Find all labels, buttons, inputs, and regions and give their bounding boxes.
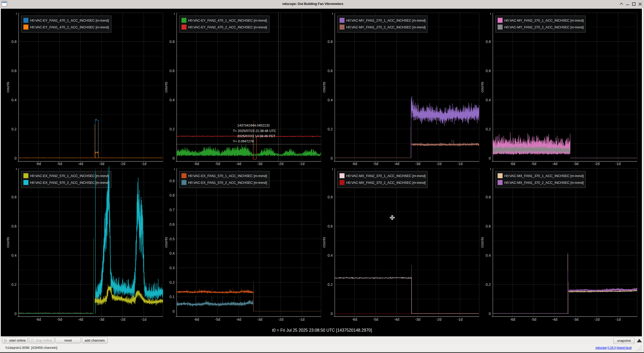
svg-text:0.4: 0.4 — [328, 98, 333, 102]
svg-text:0: 0 — [489, 312, 491, 316]
svg-text:0: 0 — [15, 312, 17, 316]
svg-text:H0:VAC-MY_FAN2_270_1_ACC_INCHS: H0:VAC-MY_FAN2_270_1_ACC_INCHSEC [m-tren… — [504, 18, 584, 22]
svg-text:0.2: 0.2 — [328, 127, 333, 131]
svg-text:0.4: 0.4 — [328, 253, 333, 257]
svg-text:-3d: -3d — [99, 162, 104, 166]
svg-text:0.4: 0.4 — [11, 98, 17, 102]
svg-text:-4d: -4d — [552, 162, 557, 166]
svg-text:0.8: 0.8 — [328, 195, 333, 199]
svg-text:0.2: 0.2 — [11, 282, 17, 287]
svg-text:H0:VAC-EY_FAN2_470_2_ACC_INCHS: H0:VAC-EY_FAN2_470_2_ACC_INCHSEC [m-tren… — [188, 25, 267, 29]
svg-text:0.6: 0.6 — [328, 224, 333, 228]
svg-text:-3d: -3d — [415, 162, 420, 166]
svg-text:counts: counts — [480, 237, 484, 248]
svg-text:H0:VAC-EX_FAN2_570_2_ACC_INCHS: H0:VAC-EX_FAN2_570_2_ACC_INCHSEC [m-tren… — [30, 181, 109, 185]
svg-text:H0:VAC-MX_FAN2_370_1_ACC_INCHS: H0:VAC-MX_FAN2_370_1_ACC_INCHSEC [m-tren… — [346, 174, 426, 178]
svg-text:-2d: -2d — [278, 317, 283, 322]
svg-text:0.6: 0.6 — [486, 224, 491, 228]
svg-text:-5d: -5d — [215, 162, 220, 166]
svg-text:-4d: -4d — [236, 317, 241, 322]
svg-text:0: 0 — [173, 156, 175, 160]
svg-text:-5d: -5d — [531, 317, 536, 322]
svg-text:0.6: 0.6 — [486, 69, 491, 73]
svg-text:-3d: -3d — [415, 317, 420, 322]
svg-text:-6d: -6d — [36, 162, 41, 166]
svg-text:-6d: -6d — [36, 317, 41, 322]
svg-text:H0:VAC-EY_FAN1_470_1_ACC_INCHS: H0:VAC-EY_FAN1_470_1_ACC_INCHSEC [m-tren… — [30, 18, 109, 22]
svg-text:0.2: 0.2 — [328, 282, 333, 287]
svg-text:0.4: 0.4 — [170, 98, 175, 102]
svg-text:-2d: -2d — [436, 317, 441, 322]
svg-text:0.8: 0.8 — [486, 195, 491, 199]
svg-text:0: 0 — [489, 156, 491, 160]
svg-text:0.6: 0.6 — [11, 69, 17, 73]
svg-text:counts: counts — [322, 82, 326, 92]
svg-text:-3d: -3d — [573, 162, 578, 166]
svg-text:H0:VAC-MY_FAN2_270_2_ACC_INCHS: H0:VAC-MY_FAN2_270_2_ACC_INCHSEC [m-tren… — [504, 25, 584, 29]
svg-text:-1d: -1d — [141, 317, 146, 322]
svg-text:-6d: -6d — [194, 317, 199, 322]
svg-text:-3d: -3d — [99, 317, 104, 322]
svg-text:-1d: -1d — [141, 162, 146, 166]
svg-text:H0:VAC-MX_FAN1_370_2_ACC_INCHS: H0:VAC-MX_FAN1_370_2_ACC_INCHSEC [m-tren… — [504, 181, 584, 185]
svg-text:-6d: -6d — [352, 317, 357, 322]
svg-text:0.2: 0.2 — [11, 127, 17, 131]
svg-text:0.8: 0.8 — [170, 193, 175, 197]
svg-text:-6d: -6d — [194, 162, 199, 166]
svg-text:0.2: 0.2 — [486, 282, 491, 287]
svg-text:0.8: 0.8 — [11, 195, 17, 199]
svg-text:-2d: -2d — [120, 162, 125, 166]
svg-text:0.4: 0.4 — [486, 253, 491, 257]
svg-text:counts: counts — [6, 82, 10, 92]
svg-text:0.4: 0.4 — [11, 253, 17, 257]
svg-text:H0:VAC-MY_FAN1_270_1_ACC_INCHS: H0:VAC-MY_FAN1_270_1_ACC_INCHSEC [m-tren… — [346, 18, 426, 22]
svg-text:0: 0 — [331, 156, 333, 160]
svg-text:t0 = Fri Jul 25 2025 23:08:50: t0 = Fri Jul 25 2025 23:08:50 UTC [14375… — [272, 328, 372, 332]
svg-text:H0:VAC-EX_FAN2_570_1_ACC_INCHS: H0:VAC-EX_FAN2_570_1_ACC_INCHSEC [m-tren… — [30, 174, 109, 178]
svg-text:-4d: -4d — [394, 317, 399, 322]
svg-text:-4d: -4d — [236, 162, 241, 166]
svg-text:-5d: -5d — [373, 317, 378, 322]
svg-text:1437341944.0452132: 1437341944.0452132 — [237, 123, 270, 127]
svg-text:2025/07/23 14:38:46 PDT: 2025/07/23 14:38:46 PDT — [237, 134, 276, 138]
svg-text:H0:VAC-EY_FAN1_470_2_ACC_INCHS: H0:VAC-EY_FAN1_470_2_ACC_INCHSEC [m-tren… — [30, 25, 109, 29]
svg-text:counts: counts — [164, 82, 168, 92]
svg-text:Y= 0.0947276: Y= 0.0947276 — [233, 139, 254, 143]
svg-text:-2d: -2d — [594, 162, 600, 166]
svg-text:-2d: -2d — [436, 162, 441, 166]
svg-text:-2d: -2d — [120, 317, 125, 322]
svg-text:-5d: -5d — [57, 317, 62, 322]
svg-text:-3d: -3d — [573, 317, 578, 322]
svg-text:H0:VAC-EX_FAN1_570_1_ACC_INCHS: H0:VAC-EX_FAN1_570_1_ACC_INCHSEC [m-tren… — [188, 174, 267, 178]
svg-text:-5d: -5d — [373, 162, 378, 166]
svg-text:-6d: -6d — [510, 162, 515, 166]
svg-text:-4d: -4d — [78, 162, 83, 166]
svg-text:0.7: 0.7 — [170, 208, 175, 212]
svg-text:-1d: -1d — [615, 317, 621, 322]
svg-text:-1d: -1d — [615, 162, 621, 166]
svg-text:0: 0 — [331, 312, 333, 316]
svg-text:-1d: -1d — [457, 317, 462, 322]
svg-text:0.5: 0.5 — [170, 237, 175, 241]
svg-text:-5d: -5d — [57, 162, 62, 166]
svg-text:-4d: -4d — [394, 162, 399, 166]
svg-text:0.8: 0.8 — [170, 40, 175, 44]
svg-text:0.2: 0.2 — [486, 127, 491, 131]
svg-text:-4d: -4d — [552, 317, 557, 322]
svg-text:-1d: -1d — [299, 317, 304, 322]
svg-text:0.8: 0.8 — [486, 40, 491, 44]
svg-text:0.4: 0.4 — [170, 251, 175, 255]
svg-text:0.2: 0.2 — [170, 280, 175, 285]
svg-text:counts: counts — [480, 82, 484, 92]
svg-text:-3d: -3d — [257, 162, 262, 166]
svg-text:0.8: 0.8 — [328, 40, 333, 44]
svg-text:H0:VAC-MY_FAN1_270_2_ACC_INCHS: H0:VAC-MY_FAN1_270_2_ACC_INCHSEC [m-tren… — [346, 25, 426, 29]
svg-text:T= 2025/07/23 21:38:46 UTC: T= 2025/07/23 21:38:46 UTC — [233, 129, 276, 133]
svg-text:H0:VAC-EY_FAN2_470_1_ACC_INCHS: H0:VAC-EY_FAN2_470_1_ACC_INCHSEC [m-tren… — [188, 18, 267, 22]
svg-text:0: 0 — [15, 156, 17, 160]
svg-text:-1d: -1d — [299, 162, 304, 166]
svg-text:0.9: 0.9 — [170, 179, 175, 183]
svg-text:0.1: 0.1 — [170, 295, 175, 299]
svg-text:0: 0 — [173, 309, 175, 313]
svg-text:-1d: -1d — [457, 162, 462, 166]
